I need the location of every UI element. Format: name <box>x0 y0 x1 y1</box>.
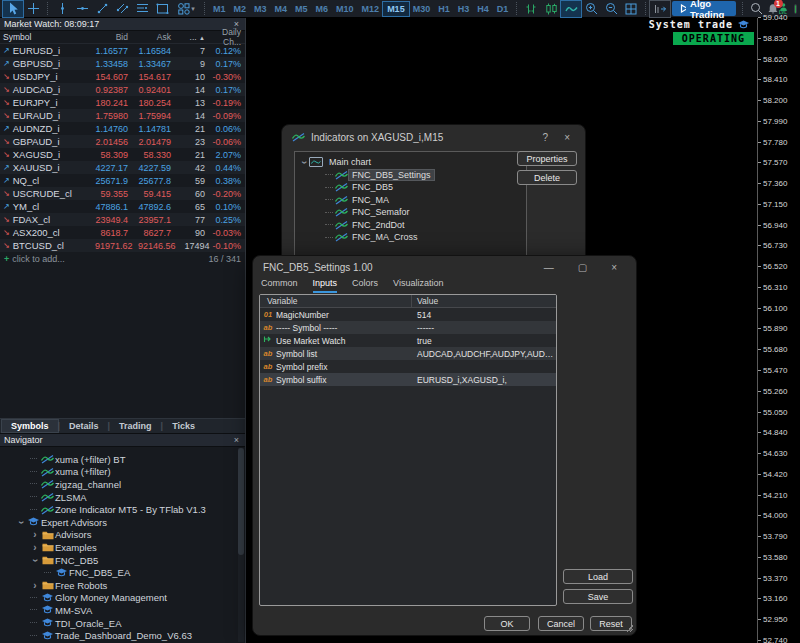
close-icon[interactable]: × <box>559 132 575 143</box>
chevron-right-icon[interactable]: › <box>30 529 40 540</box>
timeframe-m5[interactable]: M5 <box>291 2 312 16</box>
timeframe-m6[interactable]: M6 <box>312 2 333 16</box>
column-symbol[interactable]: Symbol <box>0 32 95 42</box>
timeframe-m30[interactable]: M30 <box>409 2 435 16</box>
main-chart-node[interactable]: › Main chart <box>295 156 526 169</box>
variable-value[interactable]: true <box>412 336 556 346</box>
tab-inputs[interactable]: Inputs <box>313 278 338 293</box>
timeframe-m10[interactable]: M10 <box>332 2 358 16</box>
tab-common[interactable]: Common <box>261 278 298 293</box>
navigator-item[interactable]: xuma (+filter) <box>0 466 237 479</box>
horizontal-line-tool-button[interactable] <box>72 1 92 17</box>
indicator-item[interactable]: FNC_2ndDot <box>295 219 526 232</box>
market-watch-row[interactable]: ↘XAGUSD_i58.30958.330212.07% <box>0 148 245 161</box>
chevron-down-icon[interactable]: › <box>299 157 310 167</box>
resize-grip-icon[interactable] <box>626 625 633 632</box>
chart-shift-button[interactable] <box>650 1 670 17</box>
timeframe-d1[interactable]: D1 <box>493 2 513 16</box>
variable-value[interactable]: EURUSD_i,XAGUSD_i, <box>412 375 556 385</box>
cancel-button[interactable]: Cancel <box>538 616 584 631</box>
market-watch-row[interactable]: ↘GBPAUD_i2.014562.0147923-0.06% <box>0 135 245 148</box>
indicator-item[interactable]: FNC_DB5 <box>295 181 526 194</box>
navigator-item[interactable]: Trade_Dashboard_Demo_V6.63 <box>0 629 237 642</box>
tab-symbols[interactable]: Symbols <box>2 420 58 432</box>
market-watch-row[interactable]: ↗XAUUSD_i4227.174227.59420.44% <box>0 161 245 174</box>
rectangle-tool-button[interactable] <box>152 1 172 17</box>
market-watch-row[interactable]: ↗YM_cl47886.147892.6650.10% <box>0 200 245 213</box>
navigator-item[interactable]: ›Examples <box>0 541 237 554</box>
navigator-item[interactable]: ›Advisors <box>0 529 237 542</box>
timeframe-m3[interactable]: M3 <box>250 2 271 16</box>
column-value[interactable]: Value <box>412 296 556 306</box>
navigator-item[interactable]: ZLSMA <box>0 491 237 504</box>
navigator-item[interactable]: Zone Indicator MT5 - By TFlab V1.3 <box>0 503 237 516</box>
add-symbol-label[interactable]: click to add... <box>12 254 65 264</box>
navigator-scrollbar[interactable] <box>238 448 244 642</box>
chevron-right-icon[interactable]: › <box>30 580 40 591</box>
navigator-item[interactable]: ›Expert Advisors <box>0 516 237 529</box>
delete-button[interactable]: Delete <box>517 170 577 185</box>
market-watch-row[interactable]: ↗AUDNZD_i1.147601.14781210.06% <box>0 122 245 135</box>
timeframe-h1[interactable]: H1 <box>434 2 454 16</box>
tab-trading[interactable]: Trading <box>110 420 161 432</box>
minimize-icon[interactable]: — <box>535 262 563 273</box>
zoom-out-button[interactable] <box>601 1 621 17</box>
timeframe-m2[interactable]: M2 <box>230 2 251 16</box>
timeframe-m15[interactable]: M15 <box>383 2 409 16</box>
trendline-tool-button[interactable] <box>92 1 112 17</box>
close-icon[interactable]: × <box>232 435 241 445</box>
settings-input-row[interactable]: 01MagicNumber514 <box>260 308 556 321</box>
variable-value[interactable]: AUDCAD,AUDCHF,AUDJPY,AUDNZD,AUDUS... <box>412 349 556 359</box>
ok-button[interactable]: OK <box>484 616 530 631</box>
properties-button[interactable]: Properties <box>517 151 577 166</box>
market-watch-header[interactable]: Symbol Bid Ask ... ▲ Daily Ch... <box>0 31 245 44</box>
market-watch-row[interactable]: ↗GBPUSD_i1.334581.3346790.17% <box>0 57 245 70</box>
navigator-titlebar[interactable]: Navigator × <box>0 434 245 447</box>
indicator-item[interactable]: FNC_MA <box>295 194 526 207</box>
settings-input-row[interactable]: Use Market Watchtrue <box>260 334 556 347</box>
tab-ticks[interactable]: Ticks <box>163 420 204 432</box>
market-watch-row[interactable]: ↗EURUSD_i1.165771.1658470.12% <box>0 44 245 57</box>
column-ask[interactable]: Ask <box>128 32 171 42</box>
timeframe-h3[interactable]: H3 <box>454 2 474 16</box>
indicator-item[interactable]: FNC_Semafor <box>295 206 526 219</box>
tile-windows-button[interactable] <box>621 1 641 17</box>
zoom-in-button[interactable] <box>581 1 601 17</box>
line-chart-button[interactable] <box>561 1 581 17</box>
market-watch-row[interactable]: ↘FDAX_cl23949.423957.1770.25% <box>0 213 245 226</box>
market-watch-row[interactable]: ↘ASX200_cl8618.78627.790-0.03% <box>0 226 245 239</box>
tab-visualization[interactable]: Visualization <box>393 278 443 293</box>
column-bid[interactable]: Bid <box>95 32 128 42</box>
market-watch-row[interactable]: ↘EURAUD_i1.759801.7599414-0.09% <box>0 109 245 122</box>
navigator-item[interactable]: xuma (+filter) BT <box>0 453 237 466</box>
market-watch-row[interactable]: ↘BTCUSD_cl91971.6292146.5617494-0.10% <box>0 239 245 252</box>
timeframe-h4[interactable]: H4 <box>473 2 493 16</box>
indicator-item[interactable]: FNC_MA_Cross <box>295 231 526 244</box>
settings-input-row[interactable]: abSymbol suffixEURUSD_i,XAGUSD_i, <box>260 373 556 386</box>
price-scale[interactable]: 59.04058.83058.62058.41058.20057.99057.7… <box>757 18 800 643</box>
variable-value[interactable]: ------ <box>412 323 556 333</box>
navigator-item[interactable]: MM-SVA <box>0 604 237 617</box>
column-daily-change[interactable]: Daily Ch... <box>205 27 245 47</box>
chevron-down-icon[interactable]: › <box>30 555 41 565</box>
tab-details[interactable]: Details <box>60 420 108 432</box>
channel-tool-button[interactable] <box>112 1 132 17</box>
save-button[interactable]: Save <box>563 589 633 604</box>
vertical-line-tool-button[interactable] <box>52 1 72 17</box>
tab-colors[interactable]: Colors <box>352 278 378 293</box>
timeframe-m12[interactable]: M12 <box>358 2 384 16</box>
navigator-item[interactable]: ›FNC_DB5 <box>0 554 237 567</box>
navigator-item[interactable]: FNC_DB5_EA <box>0 566 237 579</box>
market-watch-add-row[interactable]: + click to add... 16 / 341 <box>0 252 245 265</box>
chevron-down-icon[interactable]: › <box>16 517 27 527</box>
close-icon[interactable]: × <box>602 262 626 273</box>
settings-input-row[interactable]: abSymbol prefix <box>260 360 556 373</box>
timeframe-m1[interactable]: M1 <box>209 2 230 16</box>
navigator-item[interactable]: TDI_Oracle_EA <box>0 617 237 630</box>
settings-input-row[interactable]: abSymbol listAUDCAD,AUDCHF,AUDJPY,AUDNZD… <box>260 347 556 360</box>
settings-input-row[interactable]: ab----- Symbol ----------- <box>260 321 556 334</box>
help-icon[interactable]: ? <box>538 132 554 143</box>
cursor-tool-button[interactable] <box>3 1 23 17</box>
candles-chart-button[interactable] <box>541 1 561 17</box>
indicator-item[interactable]: FNC_DB5_Settings <box>295 169 526 182</box>
